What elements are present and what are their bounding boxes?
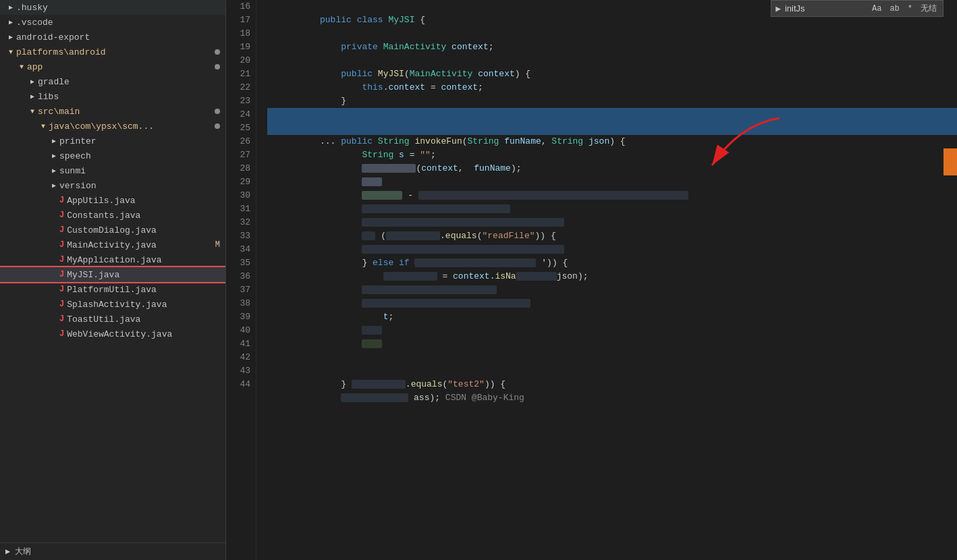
java-icon: J (59, 255, 64, 264)
sidebar-item-apputils[interactable]: J AppUtils.java (0, 193, 225, 208)
sidebar-item-gradle[interactable]: ▶ gradle (0, 74, 225, 89)
code-line (267, 283, 957, 297)
sidebar-item-label: libs (38, 92, 59, 102)
code-line: } (267, 81, 957, 94)
sidebar-item-husky[interactable]: ▶ .husky (0, 0, 225, 15)
sidebar-item-mainactivity[interactable]: J MainActivity.java M (0, 237, 225, 252)
java-icon: J (59, 285, 64, 294)
modified-indicator: M (215, 240, 220, 250)
chevron-down-icon: ▼ (5, 49, 16, 56)
code-line (267, 40, 957, 54)
chevron-right-icon: ▶ (5, 18, 16, 26)
code-line (267, 189, 957, 202)
search-option-aa[interactable]: Aa (870, 3, 883, 14)
chevron-down-icon: ▼ (38, 123, 49, 130)
file-tree: ▶ .husky ▶ .vscode ▶ android-export ▼ pl… (0, 0, 225, 540)
modified-dot (215, 64, 220, 69)
code-line (267, 162, 957, 175)
sidebar-item-java-com[interactable]: ▼ java\com\ypsx\scm... (0, 119, 225, 134)
chevron-right-icon: ▶ (5, 33, 16, 41)
sidebar-item-speech[interactable]: ▶ speech (0, 148, 225, 163)
expand-icon: ▶ (775, 3, 781, 14)
chevron-right-icon: ▶ (5, 3, 16, 11)
search-bar[interactable]: ▶ Aa ab * 无结 (771, 0, 944, 17)
sidebar-item-vscode[interactable]: ▶ .vscode (0, 15, 225, 30)
minimap-decoration (944, 148, 957, 175)
editor-area: ▶ Aa ab * 无结 16 17 18 19 20 21 22 23 (226, 0, 957, 560)
sidebar-item-label: AppUtils.java (67, 196, 135, 206)
sidebar-item-libs[interactable]: ▶ libs (0, 89, 225, 104)
sidebar-item-label: Constants.java (67, 211, 140, 221)
outline-section[interactable]: ▶ 大纲 (0, 542, 225, 560)
sidebar-item-label: gradle (38, 77, 70, 87)
code-line (267, 351, 957, 364)
sidebar-item-label: MyApplication.java (67, 255, 161, 265)
sidebar-item-label: speech (59, 151, 91, 161)
sidebar-item-platforms-android[interactable]: ▼ platforms\android (0, 45, 225, 59)
code-line: - (267, 175, 957, 189)
sidebar-item-label: printer (59, 136, 97, 146)
code-line (267, 270, 957, 283)
chevron-right-icon: ▶ (27, 92, 38, 101)
code-line (267, 324, 957, 337)
code-line: this.context = context; (267, 67, 957, 81)
modified-dot (215, 123, 220, 129)
sidebar-item-webviewactivity[interactable]: J WebViewActivity.java (0, 327, 225, 341)
sidebar-item-printer[interactable]: ▶ printer (0, 134, 225, 148)
sidebar-item-app[interactable]: ▼ app (0, 59, 225, 74)
sidebar-item-label: .husky (16, 3, 48, 13)
search-option-ab[interactable]: ab (887, 3, 901, 14)
sidebar-item-label: CustomDialog.java (67, 225, 157, 235)
code-line: } .equals("test2")) { (267, 364, 957, 378)
sidebar-item-customdialog[interactable]: J CustomDialog.java (0, 223, 225, 237)
sidebar-item-label: app (27, 62, 43, 72)
java-icon: J (59, 300, 64, 309)
sidebar-item-platformutil[interactable]: J PlatformUtil.java (0, 282, 225, 297)
java-icon: J (59, 314, 64, 324)
java-icon: J (59, 329, 64, 339)
sidebar-item-myapplication[interactable]: J MyApplication.java (0, 252, 225, 267)
code-line (267, 229, 957, 243)
chevron-right-icon: ▶ (49, 152, 59, 160)
sidebar-item-src-main[interactable]: ▼ src\main (0, 104, 225, 119)
code-line: private MainActivity context; (267, 27, 957, 40)
sidebar-item-label: src\main (38, 107, 80, 117)
sidebar-item-splashactivity[interactable]: J SplashActivity.java (0, 297, 225, 312)
sidebar-item-label: android-export (16, 32, 90, 43)
code-line (267, 337, 957, 351)
sidebar-item-toastutil[interactable]: J ToastUtil.java (0, 312, 225, 327)
line-numbers: 16 17 18 19 20 21 22 23 24 25 26 27 28 2… (226, 0, 256, 560)
chevron-down-icon: ▼ (27, 108, 38, 115)
chevron-right-icon: ▶ (49, 167, 59, 175)
search-option-noresult: 无结 (919, 2, 939, 15)
code-line: = context.isNajson); (267, 256, 957, 270)
modified-dot (215, 109, 220, 114)
code-line (267, 310, 957, 324)
code-line: t; (267, 297, 957, 310)
sidebar-item-version[interactable]: ▶ version (0, 178, 225, 193)
sidebar-item-label: MainActivity.java (67, 240, 157, 250)
chevron-down-icon: ▼ (16, 63, 27, 71)
code-line: } else if ')) { (267, 243, 957, 256)
search-input[interactable] (785, 3, 866, 13)
code-line: @JavascriptInterface (267, 108, 957, 121)
code-line: String s = ""; (267, 135, 957, 148)
chevron-right-icon: ▶ (49, 181, 59, 190)
java-icon: J (59, 225, 64, 235)
search-option-star[interactable]: * (906, 3, 914, 14)
sidebar-item-label: sunmi (59, 166, 86, 176)
sidebar-item-constants[interactable]: J Constants.java (0, 208, 225, 223)
sidebar-item-label: version (59, 181, 97, 191)
code-line (267, 94, 957, 108)
java-icon: J (59, 270, 64, 279)
sidebar-item-label: MyJSI.java (67, 270, 119, 280)
sidebar-item-android-export[interactable]: ▶ android-export (0, 30, 225, 45)
sidebar-item-myjsi[interactable]: J MyJSI.java (0, 267, 225, 282)
sidebar-item-sunmi[interactable]: ▶ sunmi (0, 163, 225, 178)
sidebar-item-label: platforms\android (16, 47, 106, 57)
chevron-right-icon: ▶ (27, 78, 38, 86)
java-icon: J (59, 211, 64, 220)
sidebar-item-label: PlatformUtil.java (67, 285, 157, 295)
sidebar-item-label: java\com\ypsx\scm... (49, 121, 154, 132)
java-icon: J (59, 196, 64, 205)
